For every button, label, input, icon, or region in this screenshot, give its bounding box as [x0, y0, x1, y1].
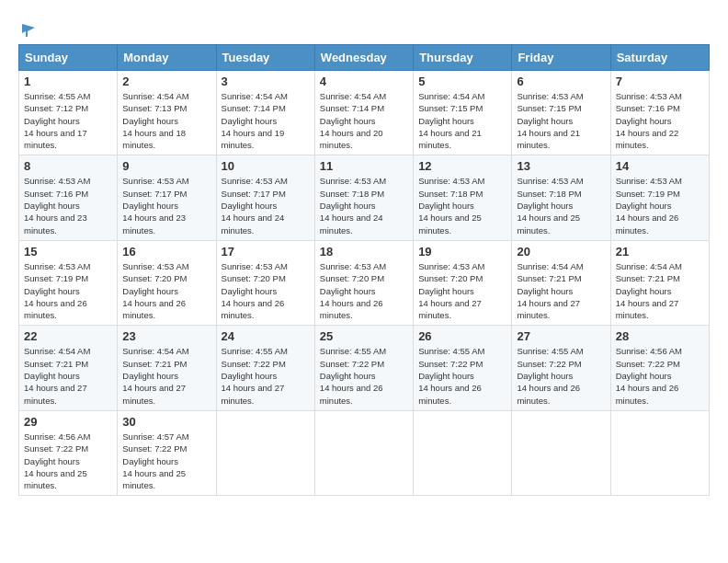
- calendar-cell: 24 Sunrise: 4:55 AMSunset: 7:22 PMDaylig…: [216, 326, 314, 410]
- day-number: 5: [418, 75, 506, 88]
- cell-details: Sunrise: 4:54 AMSunset: 7:21 PMDaylight …: [122, 345, 210, 406]
- day-number: 26: [418, 329, 506, 343]
- calendar-cell: [512, 410, 610, 495]
- calendar-cell: 28 Sunrise: 4:56 AMSunset: 7:22 PMDaylig…: [610, 326, 709, 410]
- logo-flag-icon: [20, 22, 37, 39]
- day-number: 19: [418, 245, 506, 259]
- calendar-cell: 8 Sunrise: 4:53 AMSunset: 7:16 PMDayligh…: [19, 155, 118, 240]
- calendar-cell: 29 Sunrise: 4:56 AMSunset: 7:22 PMDaylig…: [19, 410, 118, 495]
- weekday-header-tuesday: Tuesday: [216, 45, 314, 71]
- day-number: 24: [222, 329, 310, 343]
- cell-details: Sunrise: 4:53 AMSunset: 7:17 PMDaylight …: [222, 175, 310, 236]
- day-number: 15: [24, 245, 112, 259]
- day-number: 14: [616, 159, 704, 173]
- day-number: 1: [24, 75, 112, 88]
- calendar-cell: 19 Sunrise: 4:53 AMSunset: 7:20 PMDaylig…: [414, 240, 512, 325]
- weekday-header-thursday: Thursday: [414, 45, 512, 71]
- calendar-cell: 5 Sunrise: 4:54 AMSunset: 7:15 PMDayligh…: [414, 71, 512, 155]
- weekday-header-friday: Friday: [512, 45, 610, 71]
- logo: [18, 18, 37, 35]
- calendar-cell: 7 Sunrise: 4:53 AMSunset: 7:16 PMDayligh…: [610, 71, 709, 155]
- day-number: 20: [517, 245, 605, 259]
- weekday-header-wednesday: Wednesday: [314, 45, 413, 71]
- day-number: 27: [517, 329, 605, 343]
- day-number: 9: [122, 159, 210, 173]
- calendar-cell: 13 Sunrise: 4:53 AMSunset: 7:18 PMDaylig…: [512, 155, 610, 240]
- calendar-cell: 4 Sunrise: 4:54 AMSunset: 7:14 PMDayligh…: [314, 71, 413, 155]
- calendar-table: SundayMondayTuesdayWednesdayThursdayFrid…: [18, 44, 710, 496]
- day-number: 10: [222, 159, 310, 173]
- cell-details: Sunrise: 4:54 AMSunset: 7:15 PMDaylight …: [418, 90, 506, 151]
- day-number: 29: [24, 415, 112, 429]
- day-number: 22: [24, 329, 112, 343]
- calendar-cell: 20 Sunrise: 4:54 AMSunset: 7:21 PMDaylig…: [512, 240, 610, 325]
- calendar-cell: 25 Sunrise: 4:55 AMSunset: 7:22 PMDaylig…: [314, 326, 413, 410]
- calendar-cell: 1 Sunrise: 4:55 AMSunset: 7:12 PMDayligh…: [19, 71, 118, 155]
- calendar-header-row: SundayMondayTuesdayWednesdayThursdayFrid…: [19, 45, 710, 71]
- calendar-cell: 9 Sunrise: 4:53 AMSunset: 7:17 PMDayligh…: [118, 155, 216, 240]
- calendar-week-4: 22 Sunrise: 4:54 AMSunset: 7:21 PMDaylig…: [19, 326, 710, 410]
- day-number: 25: [320, 329, 408, 343]
- cell-details: Sunrise: 4:54 AMSunset: 7:21 PMDaylight …: [24, 345, 112, 406]
- cell-details: Sunrise: 4:53 AMSunset: 7:18 PMDaylight …: [418, 175, 506, 236]
- cell-details: Sunrise: 4:53 AMSunset: 7:18 PMDaylight …: [517, 175, 605, 236]
- cell-details: Sunrise: 4:53 AMSunset: 7:17 PMDaylight …: [122, 175, 210, 236]
- cell-details: Sunrise: 4:53 AMSunset: 7:20 PMDaylight …: [320, 260, 408, 321]
- day-number: 6: [517, 75, 605, 88]
- calendar-cell: 22 Sunrise: 4:54 AMSunset: 7:21 PMDaylig…: [19, 326, 118, 410]
- cell-details: Sunrise: 4:53 AMSunset: 7:16 PMDaylight …: [24, 175, 112, 236]
- svg-marker-0: [22, 24, 35, 37]
- day-number: 7: [616, 75, 704, 88]
- cell-details: Sunrise: 4:54 AMSunset: 7:14 PMDaylight …: [320, 90, 408, 151]
- calendar-week-3: 15 Sunrise: 4:53 AMSunset: 7:19 PMDaylig…: [19, 240, 710, 325]
- cell-details: Sunrise: 4:53 AMSunset: 7:15 PMDaylight …: [517, 90, 605, 151]
- day-number: 16: [122, 245, 210, 259]
- calendar-cell: 14 Sunrise: 4:53 AMSunset: 7:19 PMDaylig…: [610, 155, 709, 240]
- calendar-cell: [216, 410, 314, 495]
- cell-details: Sunrise: 4:54 AMSunset: 7:21 PMDaylight …: [517, 260, 605, 321]
- cell-details: Sunrise: 4:53 AMSunset: 7:16 PMDaylight …: [616, 90, 704, 151]
- calendar-cell: 27 Sunrise: 4:55 AMSunset: 7:22 PMDaylig…: [512, 326, 610, 410]
- calendar-cell: 18 Sunrise: 4:53 AMSunset: 7:20 PMDaylig…: [314, 240, 413, 325]
- day-number: 12: [418, 159, 506, 173]
- calendar-cell: 6 Sunrise: 4:53 AMSunset: 7:15 PMDayligh…: [512, 71, 610, 155]
- cell-details: Sunrise: 4:56 AMSunset: 7:22 PMDaylight …: [616, 345, 704, 406]
- page-header: [18, 18, 710, 35]
- calendar-week-1: 1 Sunrise: 4:55 AMSunset: 7:12 PMDayligh…: [19, 71, 710, 155]
- cell-details: Sunrise: 4:57 AMSunset: 7:22 PMDaylight …: [122, 431, 210, 491]
- day-number: 17: [222, 245, 310, 259]
- calendar-cell: 15 Sunrise: 4:53 AMSunset: 7:19 PMDaylig…: [19, 240, 118, 325]
- weekday-header-saturday: Saturday: [610, 45, 709, 71]
- day-number: 28: [616, 329, 704, 343]
- calendar-cell: 12 Sunrise: 4:53 AMSunset: 7:18 PMDaylig…: [414, 155, 512, 240]
- day-number: 23: [122, 329, 210, 343]
- calendar-cell: 30 Sunrise: 4:57 AMSunset: 7:22 PMDaylig…: [118, 410, 216, 495]
- cell-details: Sunrise: 4:55 AMSunset: 7:22 PMDaylight …: [418, 345, 506, 406]
- day-number: 13: [517, 159, 605, 173]
- day-number: 30: [122, 415, 210, 429]
- day-number: 3: [222, 75, 310, 88]
- weekday-header-sunday: Sunday: [19, 45, 118, 71]
- cell-details: Sunrise: 4:53 AMSunset: 7:18 PMDaylight …: [320, 175, 408, 236]
- weekday-header-monday: Monday: [118, 45, 216, 71]
- cell-details: Sunrise: 4:53 AMSunset: 7:19 PMDaylight …: [616, 175, 704, 236]
- calendar-cell: 2 Sunrise: 4:54 AMSunset: 7:13 PMDayligh…: [118, 71, 216, 155]
- cell-details: Sunrise: 4:53 AMSunset: 7:20 PMDaylight …: [222, 260, 310, 321]
- cell-details: Sunrise: 4:53 AMSunset: 7:20 PMDaylight …: [418, 260, 506, 321]
- calendar-cell: 26 Sunrise: 4:55 AMSunset: 7:22 PMDaylig…: [414, 326, 512, 410]
- cell-details: Sunrise: 4:53 AMSunset: 7:19 PMDaylight …: [24, 260, 112, 321]
- calendar-cell: 23 Sunrise: 4:54 AMSunset: 7:21 PMDaylig…: [118, 326, 216, 410]
- cell-details: Sunrise: 4:54 AMSunset: 7:14 PMDaylight …: [222, 90, 310, 151]
- day-number: 2: [122, 75, 210, 88]
- day-number: 18: [320, 245, 408, 259]
- calendar-cell: 16 Sunrise: 4:53 AMSunset: 7:20 PMDaylig…: [118, 240, 216, 325]
- calendar-week-5: 29 Sunrise: 4:56 AMSunset: 7:22 PMDaylig…: [19, 410, 710, 495]
- calendar-week-2: 8 Sunrise: 4:53 AMSunset: 7:16 PMDayligh…: [19, 155, 710, 240]
- cell-details: Sunrise: 4:55 AMSunset: 7:12 PMDaylight …: [24, 90, 112, 151]
- day-number: 8: [24, 159, 112, 173]
- calendar-cell: 10 Sunrise: 4:53 AMSunset: 7:17 PMDaylig…: [216, 155, 314, 240]
- cell-details: Sunrise: 4:56 AMSunset: 7:22 PMDaylight …: [24, 431, 112, 491]
- calendar-cell: 11 Sunrise: 4:53 AMSunset: 7:18 PMDaylig…: [314, 155, 413, 240]
- cell-details: Sunrise: 4:55 AMSunset: 7:22 PMDaylight …: [517, 345, 605, 406]
- cell-details: Sunrise: 4:54 AMSunset: 7:21 PMDaylight …: [616, 260, 704, 321]
